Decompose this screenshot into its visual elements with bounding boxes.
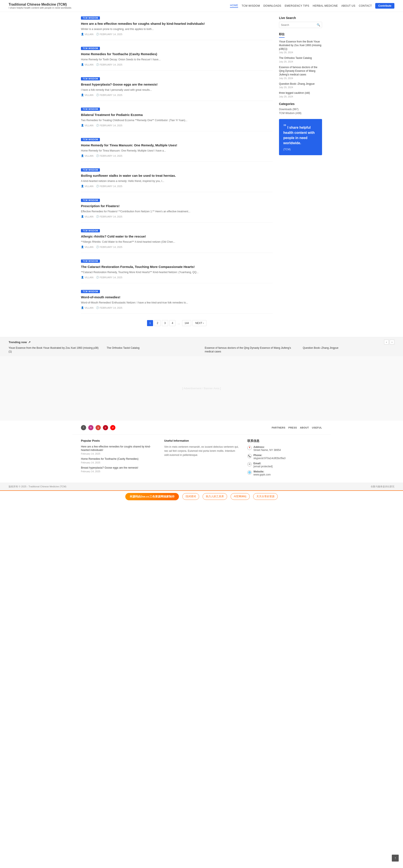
nav-tcm-wisdom[interactable]: TCM WISDOM (241, 4, 260, 7)
article-tag: TCM WISDOM (81, 47, 100, 50)
article-title[interactable]: The Cataract Restoration Formula, Touchi… (81, 265, 273, 269)
article-author: 👤 VILLAIN (81, 306, 94, 309)
trending-prev-button[interactable]: ‹ (384, 340, 389, 344)
article-title[interactable]: Home Remedy for Tinea Manuum: One Remedy… (81, 143, 273, 148)
footer-nav-links: PARTNERS PRESS ABOUT USEFUL (272, 426, 322, 429)
sidebar-post-title: Essence of famous doctors of the Qing Dy… (279, 65, 322, 76)
sidebar-search-title: Live Search (279, 16, 322, 20)
article-title[interactable]: Prescription for Floaters! (81, 204, 273, 208)
category-item-downloads[interactable]: Downloads (997) (279, 108, 322, 111)
footer-post-title: Home Remedies for Toothache (Cavity Reme… (81, 457, 156, 461)
sidebar-post-date: July 29, 2024 (279, 77, 322, 80)
page-1-button[interactable]: 1 (147, 320, 153, 326)
article-tag: TCM WISDOM (81, 138, 100, 141)
sidebar-post-item[interactable]: Essence of famous doctors of the Qing Dy… (279, 65, 322, 79)
footer-useful-link[interactable]: USEFUL (312, 426, 322, 429)
article-tag: TCM WISDOM (81, 17, 100, 20)
search-button[interactable]: 🔍 (315, 22, 322, 28)
banner-area: [ Advertisement / Banner Area ] (0, 356, 403, 421)
article-author: 👤 VILLAIN (81, 185, 94, 188)
social-facebook-icon[interactable]: f (81, 425, 86, 430)
article-card: TCM WISDOM Allergic rhinitis? Cold water… (81, 229, 273, 253)
article-title[interactable]: Allergic rhinitis? Cold water to the res… (81, 234, 273, 239)
article-title[interactable]: Home Remedies for Toothache (Cavity Reme… (81, 52, 273, 56)
category-item-tcm-wisdom[interactable]: TCM Wisdom (439) (279, 112, 322, 115)
sidebar-post-item[interactable]: The Orthodox Taoist Catalog July 29, 202… (279, 56, 322, 63)
trending-next-button[interactable]: › (390, 340, 394, 344)
page-last-button[interactable]: 144 (182, 320, 191, 326)
sidebar: Live Search 🔍 职位 Yixue Essence from the … (279, 16, 322, 331)
article-card: TCM WISDOM Boiling sunflower stalks in w… (81, 168, 273, 192)
article-tag: TCM WISDOM (81, 107, 100, 111)
social-instagram-icon[interactable]: in (88, 425, 94, 430)
social-pinterest-icon[interactable]: p (103, 425, 108, 430)
article-excerpt: **Cataract Restoration Remedy, Touching … (81, 270, 273, 274)
next-page-button[interactable]: NEXT › (193, 320, 206, 326)
footer-about-link[interactable]: ABOUT (300, 426, 309, 429)
page-2-button[interactable]: 2 (154, 320, 161, 326)
footer-bottom: 版权所有 © 2025 - Traditional Chinese Medici… (0, 483, 403, 490)
promo-main-button[interactable]: 本源码由3se.cc三色资源网独家制作 (125, 493, 179, 500)
article-title[interactable]: Here are a few effective remedies for co… (81, 21, 273, 26)
article-title[interactable]: Breast hyperplasia? Goose eggs are the n… (81, 82, 273, 87)
article-author: 👤 VILLAIN (81, 276, 94, 279)
page-3-button[interactable]: 3 (162, 320, 168, 326)
article-tag: TCM WISDOM (81, 259, 100, 263)
footer-useful-info-text: Vim in meis verterem menandri, ex iuvare… (164, 445, 239, 457)
nav-about-us[interactable]: ABOUT US (341, 4, 356, 7)
contact-address-value: Address: Street Name, NY 38954 (254, 445, 281, 452)
nav-home[interactable]: HOME (230, 4, 238, 8)
article-title[interactable]: Bilateral Treatment for Pediatric Eczema (81, 113, 273, 117)
article-meta: 👤 VILLAIN 🕐 FEBRUARY 14, 2025 (81, 276, 273, 279)
article-meta: 👤 VILLAIN 🕐 FEBRUARY 14, 2025 (81, 215, 273, 218)
quote-author: (TCM) (283, 148, 318, 151)
article-author: 👤 VILLAIN (81, 154, 94, 157)
footer-press-link[interactable]: PRESS (289, 426, 297, 429)
footer-useful-info-title: Useful Information (164, 439, 239, 442)
trending-arrow-icon: ↗ (28, 341, 31, 344)
articles-list: TCM WISDOM Here are a few effective reme… (81, 16, 273, 331)
article-date: 🕐 FEBRUARY 14, 2025 (96, 63, 122, 66)
sidebar-post-item[interactable]: Question Book--Zhang Jingyue July 29, 20… (279, 82, 322, 89)
footer-main-wrapper: Popular Posts Here are a few effective r… (0, 435, 403, 483)
trending-item[interactable]: Essence of famous doctors of the Qing Dy… (205, 346, 296, 353)
footer-partners-link[interactable]: PARTNERS (272, 426, 286, 429)
article-card: TCM WISDOM The Cataract Restoration Form… (81, 259, 273, 283)
bottom-promo-bar: 本源码由3se.cc三色资源网独家制作 找词谱词 热力人的工具库 AI官网神站 … (0, 490, 403, 502)
nav-emergency-tips[interactable]: EMERGENCY TIPS (285, 4, 309, 7)
sidebar-post-item[interactable]: Yixue Essence from the Book Yixue illust… (279, 40, 322, 54)
nav-herbal-medicine[interactable]: HERBAL MEDICINE (313, 4, 338, 7)
article-title[interactable]: Word-of-mouth remedies! (81, 295, 273, 300)
promo-link-1-button[interactable]: 找词谱词 (182, 493, 199, 500)
social-google-icon[interactable]: g (96, 425, 101, 430)
sidebar-post-title: Yixue Essence from the Book Yixue illust… (279, 40, 322, 51)
contribute-button[interactable]: Contribute (375, 3, 394, 9)
trending-item[interactable]: Yixue Essence from the Book Yixue Illust… (9, 346, 100, 353)
nav-contact[interactable]: CONTACT (359, 4, 372, 7)
social-youtube-icon[interactable]: yt (110, 425, 115, 430)
footer-post-item[interactable]: Breast hyperplasia? Goose eggs are the n… (81, 466, 156, 473)
sidebar-post-item[interactable]: three legged cauldron (old) July 29, 202… (279, 91, 322, 98)
page-4-button[interactable]: 4 (169, 320, 176, 326)
article-card: TCM WISDOM Home Remedy for Tinea Manuum:… (81, 138, 273, 162)
search-input[interactable] (279, 22, 315, 28)
promo-link-2-button[interactable]: 热力人的工具库 (203, 493, 227, 500)
trending-item[interactable]: The Orthodox Taoist Catalog (107, 346, 199, 353)
footer-contact-address: 📍 Address: Street Name, NY 38954 (247, 445, 322, 452)
trending-item[interactable]: Question Book--Zhang Jingyue (303, 346, 395, 353)
promo-link-3-button[interactable]: AI官网神站 (231, 493, 250, 500)
footer-post-item[interactable]: Here are a few effective remedies for co… (81, 445, 156, 455)
article-tag: TCM WISDOM (81, 199, 100, 202)
article-excerpt: Effective Remedies for Floaters! **Contr… (81, 210, 273, 213)
nav-downloads[interactable]: DOWNLOADS (263, 4, 281, 7)
footer-post-item[interactable]: Home Remedies for Toothache (Cavity Reme… (81, 457, 156, 464)
footer-contact-title: 联系信息 (247, 439, 322, 443)
article-date: 🕐 FEBRUARY 14, 2025 (96, 33, 122, 36)
article-date: 🕐 FEBRUARY 14, 2025 (96, 124, 122, 127)
promo-link-4-button[interactable]: 天天分享好资源 (253, 493, 278, 500)
address-icon: 📍 (247, 446, 251, 450)
article-excerpt: Word-of-Mouth Remedies! Enthusiastic Net… (81, 301, 273, 305)
footer-post-date: February 14, 2025 (81, 470, 156, 473)
article-title[interactable]: Boiling sunflower stalks in water can be… (81, 173, 273, 178)
article-card: TCM WISDOM Word-of-mouth remedies! Word-… (81, 290, 273, 314)
